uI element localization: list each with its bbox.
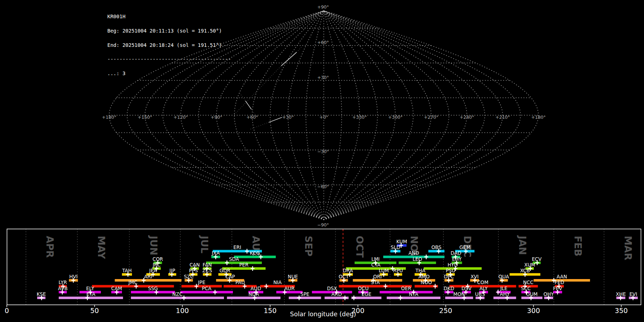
shower-DKD: DKD <box>444 286 454 295</box>
latitude-label: −30° <box>317 149 329 154</box>
shower-code-label: GDR <box>220 268 230 273</box>
longitude-label: +60° <box>247 114 258 120</box>
shower-AVB: AVB <box>58 286 68 295</box>
meteor-trail-2 <box>240 93 257 117</box>
shower-code-label: AAN <box>557 274 567 279</box>
shower-bar <box>131 297 224 299</box>
shower-code-label: JPE <box>197 279 205 285</box>
shower-code-label: STA <box>371 279 380 285</box>
shower-code-label: AUD <box>250 286 261 291</box>
shower-code-label: ORI <box>373 274 382 279</box>
shower-code-label: JEA <box>149 268 157 273</box>
shower-bar <box>428 250 444 253</box>
longitude-label: +180° <box>102 114 117 120</box>
shower-code-label: GEM <box>459 244 470 250</box>
month-label-JAN: JAN <box>517 235 528 255</box>
latitude-label: −60° <box>317 184 329 189</box>
trail-echo <box>245 101 252 109</box>
shower-code-label: KCG <box>250 250 260 256</box>
shower-code-label: HVI <box>69 274 78 279</box>
shower-XCB: XCB <box>509 268 540 277</box>
x-tick-label: 300 <box>527 307 540 314</box>
latitude-label: +60° <box>317 40 329 45</box>
shower-code-label: JRC <box>152 262 161 268</box>
shower-KSE: KSE <box>36 291 46 301</box>
shower-code-label: KUM <box>396 239 407 244</box>
shower-code-label: PCA <box>202 286 212 291</box>
shower-code-label: FAN <box>203 262 212 268</box>
longitude-label: +210° <box>496 114 510 120</box>
shower-OCT: OCT <box>338 274 349 283</box>
observation-header: KR001H Beg: 20251004 20:11:13 (sol = 191… <box>107 5 231 85</box>
shower-code-label: DRA <box>343 268 353 273</box>
shower-code-label: CAM <box>111 286 122 291</box>
shower-bar <box>59 297 123 299</box>
shower-bar <box>234 256 276 258</box>
peak-marker <box>251 266 255 271</box>
shower-code-label: PAU <box>235 279 245 285</box>
longitude-label: +150° <box>138 114 152 120</box>
month-label-JUN: JUN <box>148 235 159 255</box>
shower-code-label: CAN <box>190 262 200 268</box>
shower-code-label: DKD <box>444 286 454 291</box>
activity-chart: APRMAYJUNJULAUGSEPOCTNOVDECJANFEBMARKUME… <box>5 229 641 318</box>
shower-bar <box>493 297 516 299</box>
shower-code-label: XHE <box>616 291 626 297</box>
shower-code-label: ERI <box>233 244 241 250</box>
shower-code-label: DPC <box>444 274 454 279</box>
longitude-label: +270° <box>424 114 439 120</box>
shower-bar <box>276 291 303 293</box>
end-time: End: 20251004 20:18:24 (sol = 191.51°) <box>107 43 231 48</box>
shower-code-label: LYR <box>59 279 67 285</box>
shower-DPC: DPC <box>444 274 454 283</box>
shower-code-label: ALY <box>479 286 488 291</box>
shower-code-label: NCC <box>523 279 533 285</box>
shower-code-label: OER <box>401 286 411 291</box>
shower-code-label: NDA <box>248 291 259 297</box>
shower-SLD: SLD <box>390 244 400 254</box>
shower-code-label: XCB <box>520 268 530 273</box>
shower-code-label: NUE <box>288 274 298 279</box>
shower-code-label: PER <box>239 262 249 268</box>
shower-code-label: ARI <box>144 274 152 279</box>
shower-code-label: JMC <box>128 279 137 285</box>
shower-JIP: JIP <box>168 268 176 277</box>
meteor-count: ...: 3 <box>107 71 231 76</box>
month-label-OCT: OCT <box>354 236 365 258</box>
shower-code-label: LUM <box>379 268 389 273</box>
shower-code-label: XUM <box>524 262 535 268</box>
shower-code-label: SSG <box>148 286 158 291</box>
shower-code-label: LMI <box>371 256 380 262</box>
shower-code-label: AUR <box>284 286 295 291</box>
shower-code-label: THA <box>415 268 425 273</box>
x-tick-label: 350 <box>615 307 628 314</box>
shower-code-label: EHY <box>452 256 462 262</box>
shower-JXA: JXA <box>211 250 220 259</box>
shower-bar <box>387 297 440 299</box>
shower-code-label: ARD <box>331 291 342 297</box>
shower-code-label: AMO <box>418 274 430 279</box>
month-label-SEP: SEP <box>303 236 314 257</box>
shower-code-label: OCU <box>358 286 369 291</box>
shower-HVI: HVI <box>69 274 78 283</box>
shower-code-label: SZC <box>184 274 194 279</box>
shower-code-label: ECV <box>532 256 542 262</box>
shower-code-label: EVI <box>629 291 637 297</box>
x-tick-label: 0 <box>5 307 9 314</box>
shower-code-label: COR <box>152 256 163 262</box>
shower-bar <box>131 291 175 293</box>
shower-code-label: XVI <box>470 274 478 279</box>
shower-code-label: OCT <box>338 274 349 279</box>
shower-code-label: SDA <box>229 256 239 262</box>
shower-code-label: CTA <box>371 262 381 268</box>
latitude-label: −90° <box>317 222 329 228</box>
shower-code-label: DAD <box>451 250 462 256</box>
shower-NDA: NDA <box>227 291 280 301</box>
shower-code-label: FED <box>555 279 564 285</box>
peak-marker <box>496 290 500 294</box>
shower-bar <box>445 297 473 299</box>
shower-RPU: RPU <box>393 268 403 277</box>
peak-marker <box>213 290 217 294</box>
peak-marker <box>399 296 402 300</box>
shower-TAH: TAH <box>122 268 132 277</box>
